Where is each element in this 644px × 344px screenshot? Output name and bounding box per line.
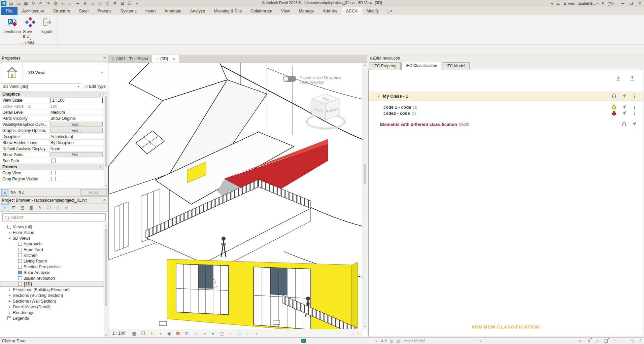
droplet-color-icon[interactable] [622,121,626,128]
redo-icon[interactable]: ↷ [45,1,52,6]
shaded-mode-icon[interactable]: ❒ [140,331,146,336]
measure-icon[interactable]: ∟ [245,331,251,336]
tree-item-detail-views-detail-[interactable]: +Detail Views (Detail) [0,304,108,310]
assign-icon[interactable] [632,121,637,127]
property-checkbox[interactable] [51,159,56,163]
tree-item-floor-plans[interactable]: +Floor Plans [0,230,108,235]
revolution-button[interactable]: Rrevolution [3,17,21,41]
property-checkbox[interactable] [51,171,56,175]
design-options-dialog-icon[interactable]: ▥ [396,339,400,343]
tree-item-views-all-[interactable]: −Views (all) [0,224,108,230]
file-tab[interactable]: File [1,7,18,15]
tree-item-approach[interactable]: Approach [0,241,108,247]
property-value-text[interactable]: None [50,146,60,151]
sheets-icon[interactable]: ❏ [45,204,53,211]
classification-code-row[interactable]: code 1 - code(2) [383,104,637,110]
ribbon-tab-add-ins[interactable]: Add-Ins [318,7,342,15]
ribbon-tab-acca[interactable]: ACCA [342,7,362,15]
droplet-color-icon[interactable] [612,104,616,111]
expand-icon[interactable]: + [8,299,11,303]
view-tab-3d[interactable]: ⌂{3D} [152,55,179,63]
project-browser-close-icon[interactable] [103,198,106,202]
tab-ifc-classification[interactable]: IFC Classification [401,62,441,70]
browser-search[interactable] [2,213,106,221]
property-value-text[interactable]: Medium [50,110,65,115]
properties-scrollbar[interactable] [104,91,108,188]
browser-scrollbar[interactable] [104,223,108,337]
visual-style-icon[interactable]: ▦ [131,331,137,336]
sort-ascending-button[interactable]: ⇅A [9,189,16,196]
section-icon[interactable]: ◫ [104,1,111,6]
scroll-right-icon[interactable] [357,331,359,336]
undo-icon[interactable]: ↶ [37,1,44,6]
tree-item-living-room[interactable]: Living Room [0,258,108,264]
ribbon-tab-architecture[interactable]: Architecture [18,7,49,15]
ribbon-tab-massing-site[interactable]: Massing & Site [209,7,246,15]
tree-item-kitchen[interactable]: Kitchen [0,252,108,258]
tab-ifc-model[interactable]: IFC Model [442,62,469,70]
download-classification-button[interactable] [614,74,622,83]
cart-icon[interactable]: ⋼ [602,1,605,6]
temporary-view-properties-icon[interactable]: ● [210,331,216,336]
canvas-hscroll[interactable] [352,331,359,336]
ribbon-tab-steel[interactable]: Steel [75,7,93,15]
tree-item-renderings[interactable]: +Renderings [0,310,108,315]
open-icon[interactable]: ❒ [15,1,22,6]
browser-home-icon[interactable]: ⌂ [1,204,9,211]
ribbon-tab-analyze[interactable]: Analyze [186,7,209,15]
property-value-text[interactable]: By Discipline [50,140,74,145]
row-menu-icon[interactable] [632,106,637,109]
canvas-scroll-up-icon[interactable] [363,63,367,67]
edit-button[interactable]: Edit... [50,128,103,133]
assign-icon[interactable] [622,93,626,99]
new-sheet-icon[interactable]: ▤ [8,1,14,6]
selection-filter-icon[interactable]: ▽ [630,339,635,343]
assign-icon[interactable] [622,110,626,116]
tree-scroll-up-icon[interactable] [104,223,108,228]
print-icon[interactable]: ▥ [52,1,59,6]
view-instance-select[interactable]: 3D View: {3D} [1,83,81,90]
revit-logo-icon[interactable]: R [1,1,6,6]
crop-view-icon[interactable]: ⊠ [175,331,181,336]
modify-icon[interactable]: ✛ [60,1,66,6]
compass-west-label[interactable]: W [305,119,309,124]
ribbon-tab-precast[interactable]: Precast [93,7,116,15]
ribbon-tab-annotate[interactable]: Annotate [160,7,186,15]
select-pinned-elements-icon[interactable]: ▷ [595,339,600,343]
assign-icon[interactable] [622,104,626,110]
edit-type-button[interactable]: ❒ Edit Type [83,84,107,89]
add-new-classification-button[interactable]: ADD NEW CLASSIFICATION [369,318,643,336]
logout-button[interactable]: logout [40,17,55,41]
property-checkbox[interactable] [51,177,56,181]
tree-item-sections-building-section-[interactable]: +Sections (Building Section) [0,293,108,298]
tab-ifc-property[interactable]: IFC Property [369,62,401,70]
ribbon-tab-view[interactable]: View [277,7,295,15]
tree-scroll-thumb[interactable] [105,229,107,306]
scroll-thumb[interactable] [105,96,107,167]
property-value-input[interactable]: 1 : 100 [50,98,103,103]
ribbon-tab-systems[interactable]: Systems [116,7,141,15]
render-icon[interactable]: ◉ [166,331,172,336]
tree-item--3d-[interactable]: {3D} [0,281,108,287]
upload-classification-button[interactable] [628,74,637,83]
tree-item-usbim-revolution[interactable]: usBIM.revolution [0,275,108,281]
edit-icon[interactable]: ✎ [36,204,44,211]
sync-with-central-icon[interactable]: ↻ [30,1,37,6]
displace-elements-icon[interactable]: ❏ [236,331,242,336]
shadows-icon[interactable]: ◑ [157,331,164,336]
edit-button[interactable]: Edit... [50,122,103,127]
drag-elements-on-selection-icon[interactable]: ✛ [612,339,618,343]
sort-default-button[interactable]: ≡ [1,189,8,196]
worksets-dialog-icon[interactable]: ▤ [390,339,393,343]
select-links-icon[interactable]: ∞ [577,339,583,343]
droplet-color-icon[interactable] [612,93,616,99]
collapse-icon[interactable]: − [3,225,6,229]
expand-icon[interactable]: + [8,288,11,292]
restore-button[interactable] [630,1,633,6]
ribbon-tab-manage[interactable]: Manage [294,7,318,15]
sun-settings-icon[interactable]: ☀ [148,331,155,336]
schedules-icon[interactable]: ▦ [27,204,35,211]
active-workset-icon[interactable]: ♟:0 [381,339,387,343]
tree-item-from-yard[interactable]: From Yard [0,247,108,252]
tile-views-icon[interactable]: ❐ [126,1,133,6]
